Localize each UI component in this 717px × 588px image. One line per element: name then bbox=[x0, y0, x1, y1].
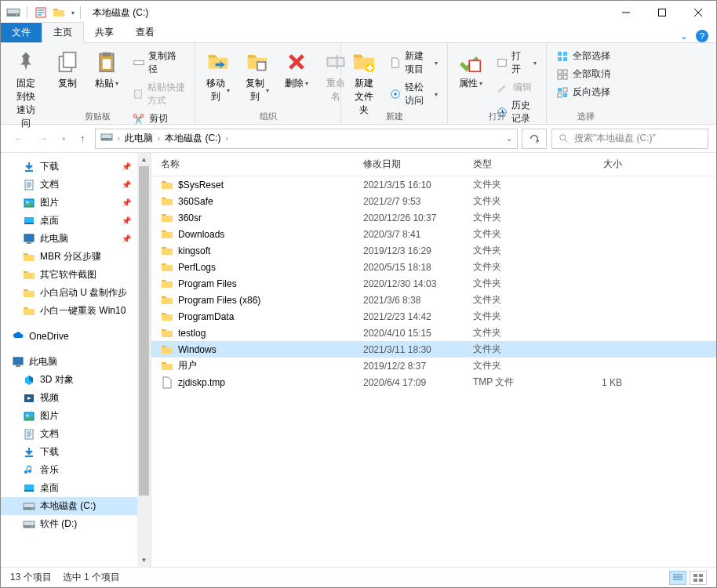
column-size[interactable]: 大小 bbox=[567, 158, 622, 171]
file-row[interactable]: 用户2019/12/2 8:37文件夹 bbox=[151, 358, 716, 374]
file-row[interactable]: 360sr2020/12/26 10:37文件夹 bbox=[151, 209, 716, 226]
file-date: 2020/5/15 18:18 bbox=[363, 262, 473, 273]
nav-xiaobai-win10[interactable]: 小白一键重装 Win10 bbox=[1, 302, 137, 320]
nav-desktop2[interactable]: 桌面 bbox=[1, 479, 137, 497]
svg-rect-14 bbox=[64, 53, 76, 67]
file-date: 2021/2/23 14:42 bbox=[363, 311, 473, 322]
nav-ddrive[interactable]: 软件 (D:) bbox=[1, 515, 137, 533]
quick-props-icon[interactable] bbox=[33, 5, 49, 20]
copy-path-button[interactable]: 复制路径 bbox=[129, 48, 188, 78]
svg-point-24 bbox=[394, 93, 397, 96]
chevron-right-icon[interactable]: › bbox=[226, 134, 228, 143]
tab-home[interactable]: 主页 bbox=[42, 22, 84, 43]
svg-rect-41 bbox=[693, 574, 697, 577]
details-view-button[interactable] bbox=[669, 571, 686, 585]
refresh-button[interactable] bbox=[522, 129, 547, 149]
nav-music[interactable]: 音乐 bbox=[1, 461, 137, 479]
file-type: 文件夹 bbox=[473, 178, 567, 191]
nav-pictures2[interactable]: 图片 bbox=[1, 407, 137, 425]
address-dropdown-icon[interactable]: ⌄ bbox=[506, 134, 512, 143]
nav-3d-objects[interactable]: 3D 对象 bbox=[1, 371, 137, 389]
nav-thispc[interactable]: 此电脑 bbox=[1, 353, 137, 371]
nav-pictures[interactable]: 图片📌 bbox=[1, 194, 137, 212]
copy-to-button[interactable]: 复制到▾ bbox=[241, 46, 274, 107]
nav-documents[interactable]: 文档📌 bbox=[1, 176, 137, 194]
file-row[interactable]: ProgramData2021/2/23 14:42文件夹 bbox=[151, 308, 716, 325]
chevron-right-icon[interactable]: › bbox=[158, 134, 160, 143]
group-new-label: 新建 bbox=[341, 111, 447, 122]
nav-desktop[interactable]: 桌面📌 bbox=[1, 212, 137, 230]
quick-folder-icon[interactable] bbox=[51, 5, 67, 20]
file-row[interactable]: Downloads2020/3/7 8:41文件夹 bbox=[151, 226, 716, 242]
file-row[interactable]: Program Files2020/12/30 14:03文件夹 bbox=[151, 275, 716, 292]
ribbon-tabs: 文件 主页 共享 查看 ⌄ ? bbox=[1, 24, 716, 43]
paste-shortcut-button[interactable]: 粘贴快捷方式 bbox=[129, 79, 188, 109]
chevron-right-icon[interactable]: › bbox=[118, 134, 120, 143]
invert-selection-button[interactable]: 反向选择 bbox=[553, 84, 619, 100]
file-type: 文件夹 bbox=[473, 194, 567, 208]
thumbnails-view-button[interactable] bbox=[690, 571, 707, 585]
file-date: 2020/12/30 14:03 bbox=[363, 278, 473, 289]
column-type[interactable]: 类型 bbox=[473, 158, 567, 171]
file-list[interactable]: $SysReset2021/3/15 16:10文件夹360Safe2021/2… bbox=[151, 176, 716, 567]
select-none-button[interactable]: 全部取消 bbox=[553, 66, 619, 82]
file-row[interactable]: Windows2021/3/11 18:30文件夹 bbox=[151, 341, 716, 358]
nav-documents2[interactable]: 文档 bbox=[1, 425, 137, 443]
nav-cdrive[interactable]: 本地磁盘 (C:) bbox=[1, 497, 137, 515]
nav-scrollbar[interactable]: ▲ ▼ bbox=[137, 153, 151, 567]
file-name: kingsoft bbox=[178, 245, 210, 256]
help-icon[interactable]: ? bbox=[696, 30, 708, 42]
minimize-button[interactable] bbox=[608, 1, 644, 24]
nav-mbr[interactable]: MBR 分区步骤 bbox=[1, 248, 137, 266]
file-type: 文件夹 bbox=[473, 211, 567, 224]
column-name[interactable]: 名称 bbox=[161, 158, 363, 171]
breadcrumb-drive[interactable]: 本地磁盘 (C:) bbox=[165, 132, 220, 145]
select-all-button[interactable]: 全部选择 bbox=[553, 48, 619, 64]
tab-view[interactable]: 查看 bbox=[125, 23, 166, 42]
close-button[interactable] bbox=[680, 1, 716, 24]
file-row[interactable]: 360Safe2021/2/7 9:53文件夹 bbox=[151, 193, 716, 209]
file-icon bbox=[161, 376, 173, 389]
delete-button[interactable]: 删除▾ bbox=[280, 46, 313, 107]
open-button[interactable]: 打开▾ bbox=[493, 48, 540, 78]
file-name: Downloads bbox=[178, 229, 224, 240]
drive-icon bbox=[5, 5, 21, 20]
qat-more-icon[interactable]: ▾ bbox=[71, 9, 75, 16]
nav-videos[interactable]: 视频 bbox=[1, 389, 137, 407]
tab-share[interactable]: 共享 bbox=[84, 23, 125, 42]
nav-downloads2[interactable]: 下载 bbox=[1, 443, 137, 461]
easy-access-button[interactable]: 轻松访问▾ bbox=[387, 79, 441, 109]
breadcrumb-pc[interactable]: 此电脑 bbox=[125, 132, 153, 145]
maximize-button[interactable] bbox=[644, 1, 680, 24]
new-folder-button[interactable]: 新建 文件夹 bbox=[348, 46, 380, 120]
move-to-button[interactable]: 移动到▾ bbox=[202, 46, 235, 107]
folder-icon bbox=[161, 245, 173, 257]
nav-recent-icon[interactable]: ▾ bbox=[57, 132, 71, 146]
file-date: 2020/3/7 8:41 bbox=[363, 229, 473, 240]
pin-icon: 📌 bbox=[122, 216, 131, 225]
nav-xiaobai-usb[interactable]: 小白启动 U 盘制作步 bbox=[1, 284, 137, 302]
folder-icon bbox=[161, 278, 173, 290]
search-input[interactable]: 搜索"本地磁盘 (C:)" bbox=[551, 129, 708, 149]
file-row[interactable]: PerfLogs2020/5/15 18:18文件夹 bbox=[151, 259, 716, 275]
column-date[interactable]: 修改日期 bbox=[363, 158, 473, 171]
nav-thispc-quick[interactable]: 此电脑📌 bbox=[1, 230, 137, 248]
nav-onedrive[interactable]: OneDrive bbox=[1, 328, 137, 345]
nav-downloads[interactable]: 下载📌 bbox=[1, 158, 137, 176]
file-row[interactable]: testlog2020/4/10 15:15文件夹 bbox=[151, 325, 716, 341]
svg-rect-42 bbox=[699, 574, 703, 577]
svg-rect-30 bbox=[558, 57, 562, 61]
file-list-header[interactable]: 名称 修改日期 类型 大小 bbox=[151, 153, 716, 176]
file-row[interactable]: zjdiskp.tmp2020/6/4 17:09TMP 文件1 KB bbox=[151, 374, 716, 390]
file-type: 文件夹 bbox=[473, 359, 567, 372]
svg-rect-35 bbox=[563, 75, 567, 79]
file-row[interactable]: kingsoft2019/12/3 16:29文件夹 bbox=[151, 242, 716, 259]
collapse-ribbon-icon[interactable]: ⌄ bbox=[680, 31, 688, 42]
file-row[interactable]: $SysReset2021/3/15 16:10文件夹 bbox=[151, 176, 716, 193]
edit-button[interactable]: 编辑 bbox=[493, 79, 540, 96]
file-date: 2021/3/15 16:10 bbox=[363, 180, 473, 191]
nav-other-shot[interactable]: 其它软件截图 bbox=[1, 266, 137, 284]
new-item-button[interactable]: 新建项目▾ bbox=[387, 48, 441, 78]
tab-file[interactable]: 文件 bbox=[1, 23, 42, 42]
file-row[interactable]: Program Files (x86)2021/3/6 8:38文件夹 bbox=[151, 292, 716, 308]
